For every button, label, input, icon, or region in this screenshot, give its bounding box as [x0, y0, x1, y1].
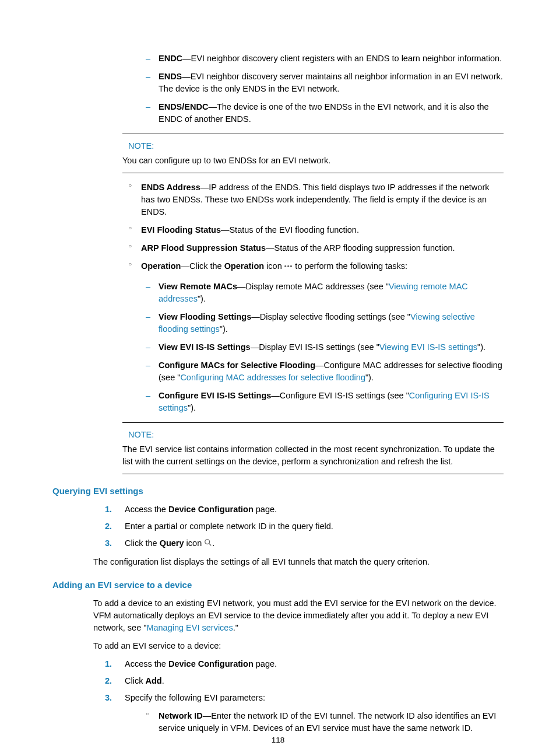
list-item: Network ID—Enter the network ID of the E… [146, 710, 504, 734]
add-lead-para: To add an EVI service to a device: [93, 640, 504, 652]
list-item: Enter a partial or complete network ID i… [105, 520, 504, 533]
heading-querying-evi: Querying EVI settings [52, 485, 504, 498]
note-label: NOTE: [122, 140, 504, 152]
list-item: Access the Device Configuration page. [105, 503, 504, 516]
list-item: View Flooding Settings—Display selective… [146, 311, 504, 335]
svg-point-0 [205, 540, 210, 544]
list-item: Configure MACs for Selective Flooding—Co… [146, 359, 504, 384]
evi-parameters-list: Network ID—Enter the network ID of the E… [52, 710, 504, 734]
list-item: View Remote MACs—Display remote MAC addr… [146, 281, 504, 305]
list-item: ENDS Address—IP address of the ENDS. Thi… [128, 181, 504, 218]
operation-tasks-list: View Remote MACs—Display remote MAC addr… [52, 281, 504, 414]
note-text: You can configure up to two ENDSs for an… [122, 155, 504, 167]
search-icon [204, 538, 212, 550]
heading-adding-evi: Adding an EVI service to a device [52, 579, 504, 592]
list-item: ENDS—EVI neighbor discovery server maint… [146, 71, 504, 95]
list-item: Configure EVI IS-IS Settings—Configure E… [146, 390, 504, 414]
note-box: NOTE: You can configure up to two ENDSs … [122, 134, 504, 173]
list-item: Click the Query icon . [105, 537, 504, 550]
more-icon: ••• [284, 262, 293, 271]
field-list: ENDS Address—IP address of the ENDS. Thi… [52, 181, 504, 272]
list-item: Operation—Click the Operation icon ••• t… [128, 260, 504, 272]
document-page: ENDC—EVI neighbor discovery client regis… [0, 0, 556, 756]
list-item: Access the Device Configuration page. [105, 658, 504, 670]
note-box: NOTE: The EVI service list contains info… [122, 422, 504, 474]
list-item: ENDC—EVI neighbor discovery client regis… [146, 52, 504, 65]
list-item: ENDS/ENDC—The device is one of the two E… [146, 101, 504, 125]
add-steps: Access the Device Configuration page. Cl… [52, 658, 504, 704]
list-item: Click Add. [105, 675, 504, 687]
page-number: 118 [0, 734, 556, 746]
query-result-para: The configuration list displays the sett… [93, 556, 504, 568]
endc-ends-list: ENDC—EVI neighbor discovery client regis… [52, 52, 504, 125]
link-managing-evi-services[interactable]: Managing EVI services [146, 623, 233, 632]
note-text: The EVI service list contains informatio… [122, 443, 504, 468]
add-intro-para: To add a device to an existing EVI netwo… [93, 597, 504, 634]
query-steps: Access the Device Configuration page. En… [52, 503, 504, 550]
note-label: NOTE: [122, 429, 504, 441]
link-configure-macs-flooding[interactable]: Configuring MAC addresses for selective … [180, 373, 365, 382]
list-item: EVI Flooding Status—Status of the EVI fl… [128, 224, 504, 236]
list-item: Specify the following EVI parameters: [105, 692, 504, 704]
link-view-evi-isis[interactable]: Viewing EVI IS-IS settings [379, 342, 477, 352]
svg-line-1 [209, 544, 212, 546]
list-item: View EVI IS-IS Settings—Display EVI IS-I… [146, 341, 504, 354]
list-item: ARP Flood Suppression Status—Status of t… [128, 242, 504, 254]
